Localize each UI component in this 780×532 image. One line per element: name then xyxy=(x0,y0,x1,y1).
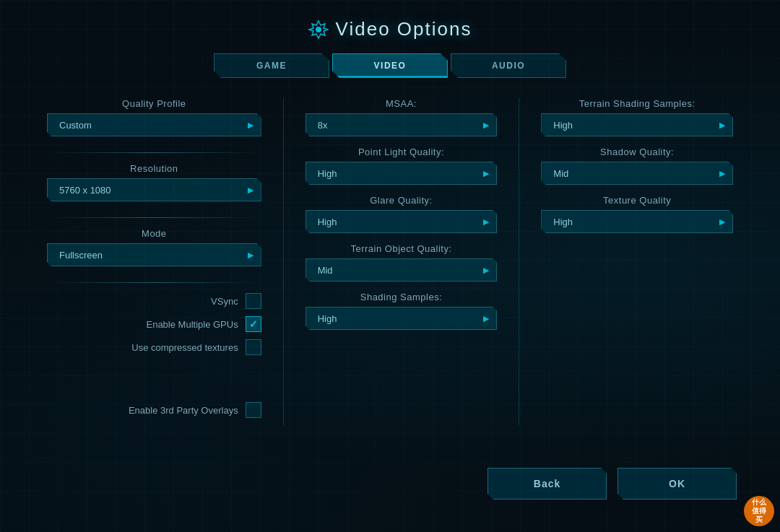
gpus-row: Enable Multiple GPUs ✓ xyxy=(47,316,261,332)
compressed-textures-checkbox[interactable] xyxy=(246,339,261,355)
shading-samples-label: Shading Samples: xyxy=(306,292,498,302)
shadow-arrow: ▶ xyxy=(719,169,725,178)
quality-profile-label: Quality Profile xyxy=(47,98,261,109)
watermark: 什么值得买 xyxy=(744,496,774,526)
msaa-arrow: ▶ xyxy=(483,121,489,130)
point-light-arrow: ▶ xyxy=(483,169,489,178)
tab-game[interactable]: GAME xyxy=(214,53,329,78)
page-title: Video Options xyxy=(336,18,472,40)
texture-value: High xyxy=(553,217,573,227)
point-light-dropdown[interactable]: High ▶ xyxy=(306,162,498,185)
mode-arrow: ▶ xyxy=(248,250,254,260)
terrain-object-dropdown[interactable]: Mid ▶ xyxy=(306,258,498,282)
resolution-dropdown[interactable]: 5760 x 1080 ▶ xyxy=(47,178,261,201)
content-area: Quality Profile Custom ▶ Resolution 5760… xyxy=(47,98,733,425)
point-light-label: Point Light Quality: xyxy=(306,147,498,157)
shadow-dropdown[interactable]: Mid ▶ xyxy=(541,162,733,185)
title-row: Video Options xyxy=(308,18,472,40)
third-party-checkbox[interactable] xyxy=(246,402,261,418)
col-right: Terrain Shading Samples: High ▶ Shadow Q… xyxy=(519,98,733,425)
ok-button[interactable]: OK xyxy=(618,468,737,500)
bottom-buttons: Back OK xyxy=(488,468,737,500)
msaa-label: MSAA: xyxy=(306,98,498,109)
compressed-textures-label: Use compressed textures xyxy=(131,342,238,353)
texture-quality-label: Texture Quality xyxy=(541,195,733,206)
msaa-dropdown[interactable]: 8x ▶ xyxy=(306,113,498,136)
terrain-shading-value: High xyxy=(553,120,573,131)
glare-arrow: ▶ xyxy=(483,217,489,227)
glare-label: Glare Quality: xyxy=(306,195,498,206)
shading-value: High xyxy=(318,313,337,324)
terrain-object-arrow: ▶ xyxy=(483,266,489,275)
msaa-value: 8x xyxy=(318,120,328,131)
vsync-checkbox[interactable] xyxy=(246,293,261,309)
vsync-label: VSync xyxy=(211,296,238,307)
resolution-value: 5760 x 1080 xyxy=(59,185,111,196)
svg-point-1 xyxy=(316,27,321,32)
col-mid: MSAA: 8x ▶ Point Light Quality: High ▶ G… xyxy=(283,98,498,425)
spacer xyxy=(47,362,261,402)
back-button[interactable]: Back xyxy=(488,468,607,500)
glare-dropdown[interactable]: High ▶ xyxy=(306,210,498,233)
gpus-checkmark: ✓ xyxy=(249,318,258,330)
shading-arrow: ▶ xyxy=(483,314,489,323)
gpus-label: Enable Multiple GPUs xyxy=(146,319,238,330)
terrain-shading-dropdown[interactable]: High ▶ xyxy=(541,113,733,136)
shadow-quality-label: Shadow Quality: xyxy=(541,147,733,157)
vsync-row: VSync xyxy=(47,293,261,309)
shadow-value: Mid xyxy=(553,168,568,179)
point-light-value: High xyxy=(318,168,337,179)
terrain-shading-label: Terrain Shading Samples: xyxy=(541,98,733,109)
tabs-row: GAME VIDEO AUDIO xyxy=(214,53,566,78)
texture-dropdown[interactable]: High ▶ xyxy=(541,210,733,233)
mode-label: Mode xyxy=(47,228,261,239)
divider-1 xyxy=(47,152,261,153)
settings-icon xyxy=(308,19,329,40)
resolution-arrow: ▶ xyxy=(248,186,254,195)
glare-value: High xyxy=(318,217,337,227)
divider-3 xyxy=(47,282,261,283)
terrain-object-value: Mid xyxy=(318,265,333,276)
main-container: Video Options GAME VIDEO AUDIO Quality P… xyxy=(0,0,780,532)
compressed-textures-row: Use compressed textures xyxy=(47,339,261,355)
divider-2 xyxy=(47,217,261,218)
col-left: Quality Profile Custom ▶ Resolution 5760… xyxy=(47,98,261,425)
texture-arrow: ▶ xyxy=(719,217,725,227)
quality-profile-arrow: ▶ xyxy=(248,121,254,130)
mode-value: Fullscreen xyxy=(59,250,103,261)
terrain-object-label: Terrain Object Quality: xyxy=(306,243,498,254)
third-party-label: Enable 3rd Party Overlays xyxy=(129,405,238,416)
tab-video[interactable]: VIDEO xyxy=(332,53,448,78)
shading-dropdown[interactable]: High ▶ xyxy=(306,307,498,330)
resolution-label: Resolution xyxy=(47,163,261,174)
tab-audio[interactable]: AUDIO xyxy=(451,53,566,78)
terrain-shading-arrow: ▶ xyxy=(719,121,725,130)
quality-profile-dropdown[interactable]: Custom ▶ xyxy=(47,113,261,136)
third-party-row: Enable 3rd Party Overlays xyxy=(47,402,261,418)
quality-profile-value: Custom xyxy=(59,120,92,131)
mode-dropdown[interactable]: Fullscreen ▶ xyxy=(47,243,261,266)
gpus-checkbox[interactable]: ✓ xyxy=(246,316,261,332)
